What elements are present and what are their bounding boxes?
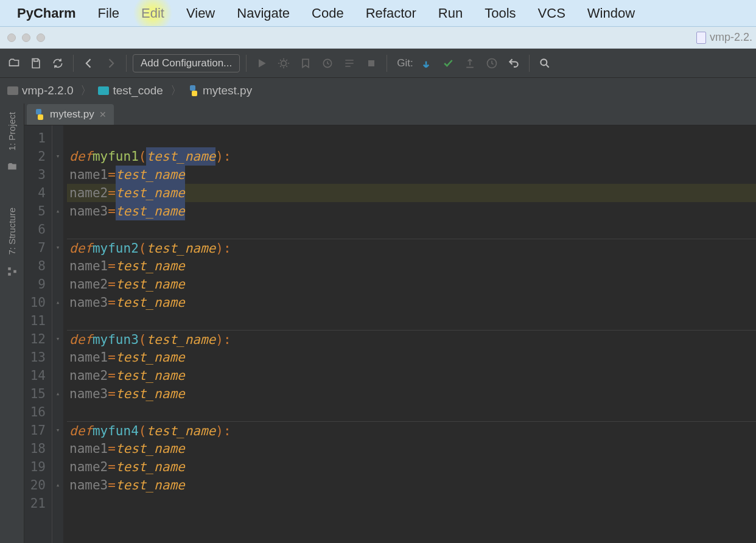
search-icon[interactable] <box>536 54 554 72</box>
minimize-window-button[interactable] <box>22 33 30 42</box>
separator <box>246 55 247 72</box>
debug-icon[interactable] <box>275 54 293 72</box>
maximize-window-button[interactable] <box>37 33 45 42</box>
python-icon <box>34 109 45 120</box>
editor-area: mytest.py ✕ 1234567891011121314151617181… <box>24 103 756 543</box>
menu-item-window[interactable]: Window <box>576 0 646 26</box>
editor-tabs: mytest.py ✕ <box>24 103 756 125</box>
code-editor[interactable]: 123456789101112131415161718192021 ▾▴▾▴▾▴… <box>24 125 756 543</box>
menu-item-view[interactable]: View <box>175 0 226 26</box>
menu-item-refactor[interactable]: Refactor <box>355 0 427 26</box>
breadcrumb-item[interactable]: mytest.py <box>186 84 263 97</box>
main-toolbar: Add Configuration... Git: <box>0 49 756 78</box>
revert-icon[interactable] <box>505 54 523 72</box>
update-project-icon[interactable] <box>417 54 435 72</box>
folder-icon <box>98 86 109 95</box>
sync-icon[interactable] <box>49 54 67 72</box>
project-tool-tab[interactable]: 1: Project <box>4 106 19 156</box>
separator <box>126 55 127 72</box>
menu-item-edit[interactable]: Edit <box>130 0 175 26</box>
separator <box>73 55 74 72</box>
profile-icon[interactable] <box>318 54 337 72</box>
breadcrumb-label: vmp-2.2.0 <box>22 84 73 97</box>
editor-tab-mytest[interactable]: mytest.py ✕ <box>27 104 114 125</box>
structure-tool-tab[interactable]: 7: Structure <box>4 201 19 261</box>
save-icon[interactable] <box>27 54 45 72</box>
structure-icon[interactable] <box>7 266 18 277</box>
forward-icon[interactable] <box>102 54 120 72</box>
open-icon[interactable] <box>5 54 23 72</box>
back-icon[interactable] <box>80 54 98 72</box>
code-content[interactable]: def myfun1(test_name): name1 = test_name… <box>63 125 756 543</box>
commit-icon[interactable] <box>439 54 457 72</box>
python-icon <box>188 85 199 96</box>
run-icon[interactable] <box>253 54 271 72</box>
breadcrumb-label: test_code <box>113 84 163 97</box>
concurrency-icon[interactable] <box>340 54 359 72</box>
push-icon[interactable] <box>461 54 479 72</box>
menu-item-navigate[interactable]: Navigate <box>226 0 301 26</box>
svg-rect-2 <box>368 60 374 66</box>
menu-item-tools[interactable]: Tools <box>474 0 527 26</box>
close-tab-icon[interactable]: ✕ <box>99 110 107 119</box>
svg-rect-5 <box>8 267 11 270</box>
close-window-button[interactable] <box>7 33 16 42</box>
fold-gutter: ▾▴▾▴▾▴▾▴ <box>52 125 63 543</box>
stop-icon[interactable] <box>362 54 380 72</box>
svg-point-0 <box>281 60 286 65</box>
folder-icon <box>7 86 18 95</box>
add-configuration-button[interactable]: Add Configuration... <box>133 54 240 72</box>
window-title-text: vmp-2.2. <box>710 31 752 44</box>
separator <box>387 55 387 72</box>
git-label: Git: <box>397 57 413 69</box>
file-icon <box>696 32 706 44</box>
menu-item-vcs[interactable]: VCS <box>527 0 576 26</box>
svg-point-4 <box>541 59 547 65</box>
coverage-icon[interactable] <box>296 54 315 72</box>
left-sidebar: 1: Project 7: Structure <box>0 103 24 543</box>
app-name: PyCharm <box>6 5 87 21</box>
breadcrumb: vmp-2.2.0test_codemytest.py <box>0 78 756 103</box>
svg-rect-7 <box>13 270 16 273</box>
separator <box>529 55 530 72</box>
breadcrumb-item[interactable]: test_code <box>96 83 185 99</box>
traffic-lights <box>7 33 45 42</box>
window-title: vmp-2.2. <box>696 31 752 44</box>
macos-menubar: PyCharm FileEditViewNavigateCodeRefactor… <box>0 0 756 27</box>
breadcrumb-label: mytest.py <box>203 84 252 97</box>
menu-item-file[interactable]: File <box>87 0 130 26</box>
folder-icon[interactable] <box>7 161 18 172</box>
window-titlebar: vmp-2.2. <box>0 27 756 49</box>
line-number-gutter: 123456789101112131415161718192021 <box>24 125 52 543</box>
menu-item-code[interactable]: Code <box>301 0 355 26</box>
menu-item-run[interactable]: Run <box>427 0 474 26</box>
svg-rect-6 <box>8 273 11 276</box>
history-icon[interactable] <box>483 54 501 72</box>
editor-tab-label: mytest.py <box>50 108 94 121</box>
breadcrumb-item[interactable]: vmp-2.2.0 <box>5 83 96 99</box>
